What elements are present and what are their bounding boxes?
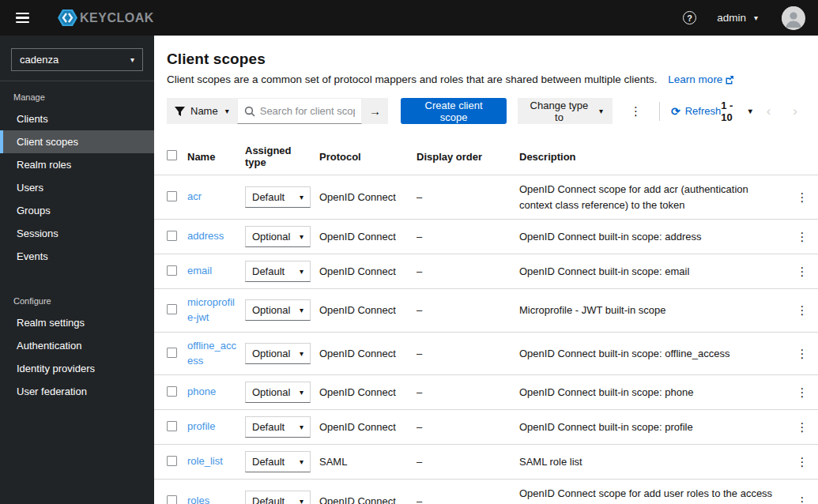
row-kebab-menu[interactable]: ⋮	[790, 228, 815, 246]
user-dropdown[interactable]: admin ▾	[717, 12, 758, 24]
toolbar-kebab-menu[interactable]: ⋮	[624, 102, 648, 120]
scope-name-link[interactable]: email	[187, 265, 212, 276]
assigned-type-select[interactable]: Optional ▾	[245, 382, 311, 403]
table-body: acr Default ▾ OpenID Connect – OpenID Co…	[154, 175, 818, 504]
scope-name-link[interactable]: address	[187, 230, 224, 242]
search-submit-button[interactable]: →	[362, 98, 389, 124]
chevron-down-icon: ▾	[748, 107, 752, 115]
row-kebab-menu[interactable]: ⋮	[790, 383, 815, 401]
chevron-down-icon: ▾	[300, 268, 303, 276]
scope-name-link[interactable]: offline_access	[187, 340, 236, 367]
chevron-down-icon: ▾	[300, 350, 303, 358]
sidebar-item-users[interactable]: Users	[0, 176, 154, 199]
previous-page-button[interactable]: ‹	[759, 103, 779, 119]
filter-type-label: Name	[190, 105, 218, 117]
help-icon[interactable]: ?	[683, 11, 696, 24]
description-cell: OpenID Connect scope for add acr (authen…	[519, 175, 786, 219]
select-all-checkbox[interactable]	[167, 150, 177, 160]
realm-selector[interactable]: cadenza ▾	[11, 48, 143, 71]
refresh-button[interactable]: ⟳ Refresh	[671, 105, 721, 117]
column-header-name: Name	[187, 145, 245, 169]
row-kebab-menu[interactable]: ⋮	[790, 188, 815, 206]
sidebar-item-clients[interactable]: Clients	[0, 107, 154, 130]
row-kebab-menu[interactable]: ⋮	[790, 262, 815, 280]
display-order-cell: –	[417, 259, 519, 284]
chevron-down-icon: ▾	[300, 307, 303, 314]
assigned-type-select[interactable]: Default ▾	[245, 416, 311, 438]
display-order-cell: –	[417, 380, 519, 404]
table-row: roles Default ▾ OpenID Connect – OpenID …	[154, 480, 818, 504]
create-client-scope-button[interactable]: Create client scope	[401, 98, 507, 124]
next-page-button[interactable]: ›	[785, 103, 805, 119]
row-checkbox[interactable]	[167, 456, 177, 466]
description-cell: OpenID Connect built-in scope: phone	[519, 378, 786, 407]
assigned-type-value: Default	[252, 456, 285, 468]
row-kebab-menu[interactable]: ⋮	[790, 301, 815, 319]
sidebar-item-user-federation[interactable]: User federation	[0, 380, 154, 403]
filter-type-dropdown[interactable]: Name ▾	[167, 98, 237, 124]
sidebar-item-realm-roles[interactable]: Realm roles	[0, 153, 154, 176]
assigned-type-select[interactable]: Optional ▾	[245, 299, 311, 321]
main-content: Client scopes Client scopes are a common…	[154, 36, 818, 504]
sidebar-item-identity-providers[interactable]: Identity providers	[0, 357, 154, 380]
display-order-cell: –	[417, 224, 519, 249]
protocol-cell: SAML	[319, 449, 417, 474]
chevron-down-icon: ▾	[300, 498, 303, 504]
assigned-type-select[interactable]: Default ▾	[245, 491, 311, 504]
sidebar-item-client-scopes[interactable]: Client scopes	[0, 130, 154, 153]
protocol-cell: OpenID Connect	[319, 298, 417, 322]
row-checkbox[interactable]	[167, 386, 177, 397]
chevron-down-icon: ▾	[300, 389, 303, 397]
row-kebab-menu[interactable]: ⋮	[790, 344, 815, 363]
table-row: profile Default ▾ OpenID Connect – OpenI…	[154, 410, 818, 445]
pagination-range-dropdown[interactable]: 1 - 10 ▾	[721, 100, 752, 123]
search-input[interactable]	[260, 105, 355, 117]
refresh-label: Refresh	[685, 105, 722, 117]
row-checkbox[interactable]	[167, 265, 177, 276]
row-checkbox[interactable]	[167, 348, 177, 358]
search-box	[237, 98, 362, 124]
sidebar-item-realm-settings[interactable]: Realm settings	[0, 311, 154, 334]
scope-name-link[interactable]: roles	[187, 495, 209, 504]
sidebar-item-authentication[interactable]: Authentication	[0, 334, 154, 357]
pagination-range-label: 1 - 10	[721, 100, 741, 123]
scope-name-link[interactable]: phone	[187, 386, 216, 397]
nav-section-label: Configure	[0, 285, 154, 311]
chevron-down-icon: ▾	[300, 458, 303, 466]
description-cell: OpenID Connect built-in scope: profile	[519, 413, 786, 442]
row-kebab-menu[interactable]: ⋮	[790, 453, 815, 471]
sidebar-item-events[interactable]: Events	[0, 245, 154, 268]
row-checkbox[interactable]	[167, 495, 177, 504]
change-type-label: Change type to	[527, 100, 591, 123]
assigned-type-select[interactable]: Default ▾	[245, 261, 311, 282]
row-kebab-menu[interactable]: ⋮	[790, 418, 815, 436]
assigned-type-select[interactable]: Default ▾	[245, 451, 311, 472]
assigned-type-select[interactable]: Default ▾	[245, 186, 311, 208]
scope-name-link[interactable]: acr	[187, 190, 202, 202]
nav-toggle-icon[interactable]	[16, 5, 43, 32]
page-header: Client scopes Client scopes are a common…	[154, 36, 818, 85]
assigned-type-select[interactable]: Optional ▾	[245, 226, 311, 247]
assigned-type-select[interactable]: Optional ▾	[245, 343, 311, 364]
sidebar-item-sessions[interactable]: Sessions	[0, 222, 154, 245]
table-header-row: Name Assigned type Protocol Display orde…	[154, 138, 818, 175]
protocol-cell: OpenID Connect	[319, 380, 417, 404]
scope-name-link[interactable]: microprofile-jwt	[187, 296, 235, 323]
scope-name-link[interactable]: role_list	[187, 455, 223, 467]
table-row: role_list Default ▾ SAML – SAML role lis…	[154, 445, 818, 480]
learn-more-link[interactable]: Learn more	[668, 73, 734, 85]
row-checkbox[interactable]	[167, 304, 177, 314]
avatar[interactable]	[782, 6, 805, 30]
keycloak-logo-icon	[57, 7, 78, 28]
scope-name-link[interactable]: profile	[187, 420, 215, 432]
chevron-down-icon: ▾	[300, 194, 303, 201]
sidebar-nav: ManageClientsClient scopesRealm rolesUse…	[0, 81, 154, 403]
row-checkbox[interactable]	[167, 231, 177, 241]
sidebar-item-groups[interactable]: Groups	[0, 199, 154, 222]
row-kebab-menu[interactable]: ⋮	[790, 492, 815, 504]
change-type-dropdown[interactable]: Change type to ▾	[518, 98, 613, 124]
table-row: acr Default ▾ OpenID Connect – OpenID Co…	[154, 175, 818, 220]
row-checkbox[interactable]	[167, 191, 177, 201]
row-checkbox[interactable]	[167, 421, 177, 431]
toolbar-divider	[659, 102, 660, 121]
